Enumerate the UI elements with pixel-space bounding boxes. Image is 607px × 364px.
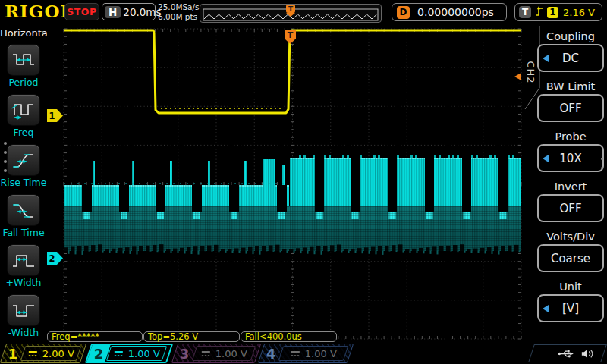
measure-item-label: Fall Time	[0, 227, 47, 238]
measurement-slot-1: Freq=*****	[47, 331, 143, 342]
channel-menu: CH2 CouplingDCBW LimitOFFProbe10XInvertO…	[522, 24, 607, 343]
measurement-slot-3: Fall<400.0us	[241, 331, 337, 342]
measure-button[interactable]	[7, 194, 40, 226]
delay-label: D	[397, 6, 410, 19]
rising-edge-icon	[534, 5, 544, 20]
menu-item-title: BW Limit	[536, 80, 605, 93]
dc-coupling-icon	[201, 350, 211, 357]
menu-item-value-box[interactable]: [V]	[537, 294, 604, 322]
horizontal-timebase-box[interactable]: H 20.0ms	[102, 3, 156, 20]
menu-item-coupling[interactable]: CouplingDC	[536, 30, 605, 72]
plus-width-icon	[10, 249, 37, 271]
page-indicator-dot	[4, 169, 7, 172]
measure-button[interactable]	[7, 144, 40, 176]
status-tray	[528, 344, 607, 362]
channel-scale-value: 1.00 V	[128, 348, 160, 359]
page-indicator-dot	[4, 151, 7, 154]
svg-text:1: 1	[49, 111, 55, 121]
left-arrow-icon	[543, 155, 549, 162]
measure-item-label: -Width	[0, 327, 47, 338]
measure-item-rise-time[interactable]: Rise Time	[0, 144, 47, 188]
channel-scale-value: 1.00 V	[215, 348, 247, 359]
memory-depth: 6.00M pts	[158, 12, 200, 22]
channel-4-status[interactable]: 41.00 V	[258, 344, 354, 363]
sample-rate: 25.0MSa/s	[158, 2, 200, 12]
menu-item-probe[interactable]: Probe10X	[536, 130, 605, 172]
svg-text:T: T	[288, 30, 294, 40]
trigger-readout[interactable]: T 1 2.16 V	[514, 3, 602, 21]
left-arrow-icon	[543, 305, 549, 312]
menu-item-value: 10X	[559, 152, 581, 165]
measure-button[interactable]	[7, 244, 40, 276]
measure-button[interactable]	[7, 94, 40, 126]
measure-sidebar: Horizontal PeriodFreqRise TimeFall Time+…	[0, 24, 47, 343]
trigger-source-badge: 1	[547, 7, 558, 18]
left-arrow-icon	[543, 55, 549, 62]
menu-item-value-box[interactable]: DC	[537, 44, 604, 72]
channel-scale-box: 1.00 V	[192, 346, 256, 361]
measure-item-period[interactable]: Period	[0, 44, 47, 88]
rise-time-icon	[10, 149, 37, 171]
menu-item-title: Coupling	[536, 30, 605, 43]
preview-wave: T	[200, 5, 381, 22]
freq-icon	[10, 99, 37, 121]
menu-item-value-box[interactable]: 10X	[537, 144, 604, 172]
menu-item-title: Volts/Div	[536, 231, 605, 243]
measure-item-freq[interactable]: Freq	[0, 94, 47, 138]
rigol-logo: RIGOL	[5, 1, 74, 21]
menu-item-value: [V]	[562, 302, 579, 315]
page-indicator-dot	[4, 160, 7, 163]
usb-icon	[558, 349, 574, 359]
channel-scale-value: 1.00 V	[305, 348, 337, 359]
trigger-level-value: 2.16 V	[563, 7, 595, 18]
period-icon	[10, 49, 37, 71]
run-stop-indicator[interactable]: STOP	[64, 3, 99, 20]
menu-item-value-box[interactable]: OFF	[537, 94, 604, 122]
measure-item-label: Period	[0, 77, 47, 88]
dc-coupling-icon	[114, 350, 124, 357]
waveform-display[interactable]: T12 Freq=*****Top=5.26 VFall<400.0us	[47, 24, 522, 343]
measure-item-fall-time[interactable]: Fall Time	[0, 194, 47, 238]
minus-width-icon	[10, 299, 37, 322]
menu-item-title: Unit	[536, 281, 605, 293]
menu-item-value: OFF	[559, 102, 581, 115]
measure-menu-title: Horizontal	[0, 27, 47, 39]
menu-item-invert[interactable]: InvertOFF	[536, 180, 605, 222]
channel-3-status[interactable]: 31.00 V	[171, 344, 261, 363]
oscilloscope-screen: RIGOL STOP H 20.0ms 25.0MSa/s 6.00M pts …	[0, 0, 607, 364]
channel-status-bar: 12.00 V21.00 V31.00 V41.00 V	[0, 343, 607, 364]
menu-item-value: OFF	[559, 202, 581, 215]
dc-coupling-icon	[291, 350, 300, 357]
menu-item-volts-div[interactable]: Volts/DivCoarse	[536, 231, 605, 272]
channel-scale-value: 2.00 V	[42, 348, 74, 359]
menu-item-unit[interactable]: Unit[V]	[536, 281, 605, 322]
menu-item-bw-limit[interactable]: BW LimitOFF	[536, 80, 605, 122]
trigger-label: T	[519, 6, 531, 18]
channel-1-status[interactable]: 12.00 V	[0, 344, 86, 363]
timebase-value: 20.0ms	[123, 6, 161, 18]
channel-number: 3	[180, 346, 190, 362]
svg-text:T: T	[288, 5, 294, 13]
menu-tab-label: CH2	[525, 55, 536, 91]
channel-number: 1	[8, 346, 18, 362]
graticule-and-traces: T12	[47, 24, 522, 343]
menu-item-value-box[interactable]: Coarse	[537, 244, 604, 272]
dc-coupling-icon	[28, 350, 38, 357]
page-indicator-dot	[4, 142, 7, 145]
measure-item--width[interactable]: +Width	[0, 244, 47, 288]
menu-item-title: Invert	[536, 180, 605, 193]
measurement-slot-2: Top=5.26 V	[143, 331, 240, 342]
measure-button[interactable]	[7, 294, 40, 326]
channel-scale-box: 1.00 V	[278, 346, 348, 361]
delay-readout[interactable]: D 0.00000000ps	[392, 3, 507, 21]
measure-item--width[interactable]: -Width	[0, 294, 47, 338]
channel-2-status[interactable]: 21.00 V	[85, 344, 173, 363]
channel-scale-box: 1.00 V	[106, 346, 167, 361]
menu-item-value: DC	[562, 52, 579, 65]
menu-item-value-box[interactable]: OFF	[537, 194, 604, 222]
top-bar: RIGOL STOP H 20.0ms 25.0MSa/s 6.00M pts …	[0, 0, 607, 24]
waveform-preview[interactable]: T	[200, 4, 382, 23]
measure-item-label: +Width	[0, 277, 47, 288]
channel-number: 2	[94, 346, 104, 362]
measure-button[interactable]	[7, 44, 40, 76]
